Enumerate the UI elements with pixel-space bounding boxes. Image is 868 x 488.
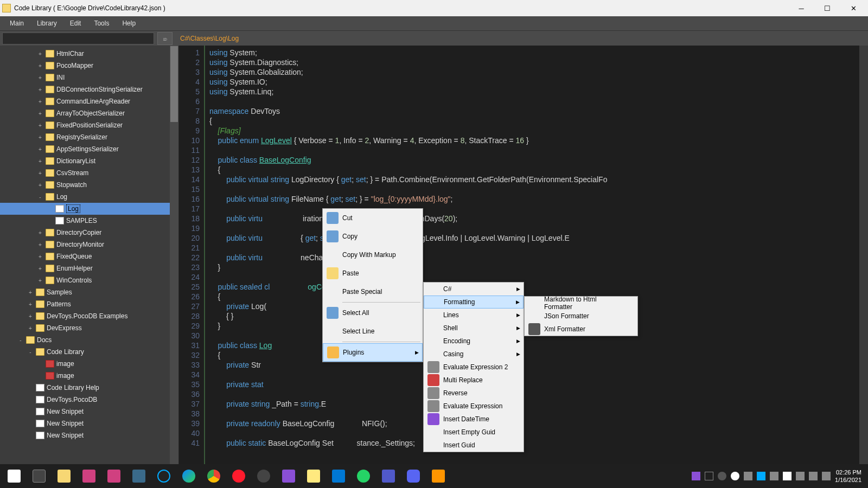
tree-item[interactable]: -Log [0,191,170,203]
menu-tools[interactable]: Tools [88,17,114,29]
ctx-multi-replace[interactable]: Multi Replace [424,374,524,387]
tree-expand-icon[interactable]: - [17,337,24,343]
menu-library[interactable]: Library [31,17,62,29]
tree-expand-icon[interactable]: + [37,242,43,248]
tree-expand-icon[interactable]: + [27,313,34,319]
tree-expand-icon[interactable]: - [27,349,34,355]
tree-item[interactable]: +CommandLineArgReader [0,95,170,107]
tree-item[interactable]: +RegistrySerializer [0,131,170,143]
tree-item[interactable]: image [0,370,170,382]
ctx-evaluate-expression[interactable]: Evaluate Expression [424,400,524,413]
clock[interactable]: 02:26 PM 1/16/2021 [835,468,866,484]
opera-icon[interactable] [227,465,251,487]
tree-expand-icon[interactable]: + [37,134,43,140]
ctx-casing[interactable]: Casing▶ [424,348,524,361]
tree-expand-icon[interactable]: + [27,301,34,307]
tree-expand-icon[interactable]: + [37,158,43,164]
app-icon-5[interactable] [252,465,276,487]
tree-expand-icon[interactable]: + [37,75,43,81]
ctx-encoding[interactable]: Encoding▶ [424,335,524,348]
sidebar-scrollbar[interactable] [170,46,178,479]
tree-item[interactable]: +HtmlChar [0,48,170,60]
ctx-shell[interactable]: Shell▶ [424,322,524,335]
ctx-insert-empty-guid[interactable]: Insert Empty Guid [424,426,524,439]
tree-expand-icon[interactable]: + [37,170,43,176]
tray-icon[interactable] [731,472,739,480]
tree-item[interactable]: -Docs [0,334,170,346]
tree-expand-icon[interactable]: + [37,146,43,152]
tray-icon[interactable] [705,472,713,480]
editor-vscrollbar[interactable] [859,46,868,471]
tree-item[interactable]: +Stopwatch [0,179,170,191]
tree-item[interactable]: +ArrayToObjectSerializer [0,107,170,119]
tree-item[interactable]: +DevExpress [0,322,170,334]
toolbar-icon[interactable]: ⎄ [157,32,173,45]
tray-icon[interactable] [718,472,726,480]
ctx-paste[interactable]: Paste [323,264,423,282]
tree-item[interactable]: +CsvStream [0,167,170,179]
ctx-reverse[interactable]: Reverse [424,387,524,400]
taskview-icon[interactable] [27,465,51,487]
tree-expand-icon[interactable]: + [37,123,43,129]
tree-item[interactable]: +FixedPositionSerializer [0,119,170,131]
tree-expand-icon[interactable]: + [37,51,43,57]
ctx-select-line[interactable]: Select Line [323,322,423,341]
app-icon-7[interactable] [426,465,450,487]
tray-icon[interactable] [809,472,818,480]
app-icon-1[interactable] [77,465,101,487]
system-tray[interactable] [692,472,831,480]
tree-expand-icon[interactable]: + [37,63,43,69]
ctx-paste-special[interactable]: Paste Special [323,282,423,301]
tree-item[interactable]: Log [0,203,170,215]
tree-expand-icon[interactable]: - [37,194,43,200]
tree-expand-icon[interactable]: + [37,254,43,260]
search-input[interactable] [2,33,154,44]
chrome-icon[interactable] [202,465,226,487]
edge-icon[interactable] [177,465,201,487]
ctx-c#[interactable]: C#▶ [424,282,524,296]
tree-expand-icon[interactable]: + [27,325,34,331]
tree-expand-icon[interactable]: + [37,111,43,117]
ctx-formatting[interactable]: Formatting▶ [424,296,524,309]
maximize-button[interactable]: ☐ [815,0,840,16]
tray-icon[interactable] [822,472,831,480]
tray-icon[interactable] [692,472,700,480]
tree-item[interactable]: New Snippet [0,429,170,441]
app-icon-3[interactable] [127,465,151,487]
menu-edit[interactable]: Edit [65,17,87,29]
tree-item[interactable]: DevToys.PocoDB [0,394,170,406]
whatsapp-icon[interactable] [352,465,375,487]
ctx-cut[interactable]: Cut [323,209,423,227]
app-icon-4[interactable] [152,465,176,487]
tree-item[interactable]: +EnumHelper [0,262,170,274]
tree-item[interactable]: +INI [0,72,170,84]
tree-expand-icon[interactable]: + [37,278,43,284]
tree-item[interactable]: +DictionaryList [0,155,170,167]
tray-icon[interactable] [770,472,778,480]
code-content[interactable]: using System;using System.Diagnostics;us… [205,46,868,471]
close-button[interactable]: ✕ [841,0,866,16]
tree-item[interactable]: Code Library Help [0,382,170,394]
tree-item[interactable]: +Samples [0,286,170,298]
tree-expand-icon[interactable]: + [37,230,43,236]
menu-main[interactable]: Main [4,17,29,29]
tree-expand-icon[interactable]: + [37,87,43,93]
tray-icon[interactable] [757,472,765,480]
tree-item[interactable]: image [0,358,170,370]
app-icon-2[interactable] [102,465,126,487]
tray-icon[interactable] [783,472,792,480]
tree-item[interactable]: +Patterns [0,298,170,310]
tree-expand-icon[interactable]: + [27,290,34,296]
ctx-evaluate-expression-2[interactable]: Evaluate Expression 2 [424,361,524,374]
tree-item[interactable]: SAMPLES [0,215,170,227]
menu-help[interactable]: Help [117,17,141,29]
tree-item[interactable]: -Code Library [0,346,170,358]
tree-item[interactable]: +DirectoryMonitor [0,239,170,251]
tree-item[interactable]: +AppSettingsSerializer [0,143,170,155]
ctx-json-formatter[interactable]: JSon Formatter [525,310,637,323]
tree-item[interactable]: New Snippet [0,406,170,418]
tree-item[interactable]: New Snippet [0,418,170,429]
ctx-copy[interactable]: Copy [323,227,423,246]
ctx-select-all[interactable]: Select All [323,304,423,322]
teams-icon[interactable] [376,465,400,487]
